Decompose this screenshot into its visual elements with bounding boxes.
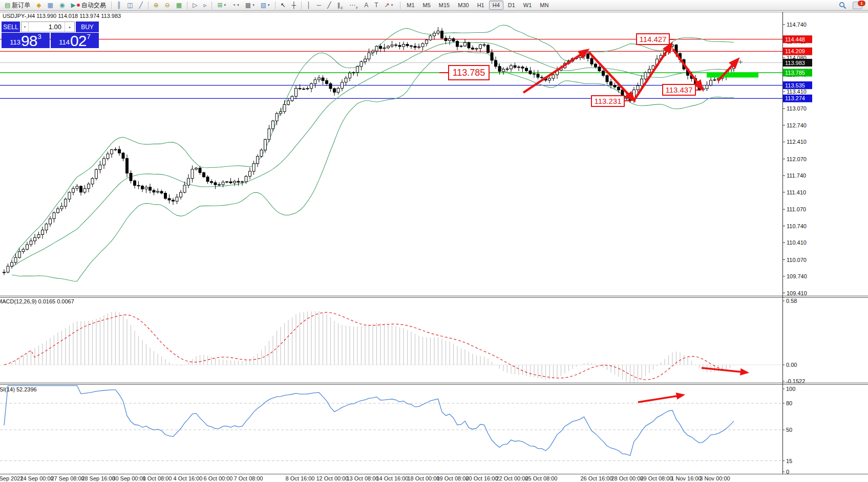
document-plus-icon: ▤: [5, 2, 10, 8]
timeframe-button-MN[interactable]: MN: [536, 1, 552, 10]
chart-shift-button[interactable]: ▹: [201, 1, 209, 10]
zoom-out-button[interactable]: ⊖: [162, 1, 173, 10]
horizontal-line-button[interactable]: ─: [314, 1, 324, 10]
price-annotation[interactable]: 113.785: [439, 65, 489, 80]
text-button[interactable]: A: [362, 1, 371, 10]
rsi-arrow[interactable]: [638, 395, 683, 402]
channel-icon-sub: E: [341, 6, 343, 10]
candle: [387, 46, 390, 48]
candle: [333, 89, 336, 92]
candle: [226, 182, 228, 182]
chart-plus-icon: ⊞: [217, 2, 222, 8]
toolbar-group-profiles: ⊞▾◔▾▩▾▧▾: [214, 0, 272, 10]
time-tick-label: 19 Oct 08:00: [437, 475, 469, 481]
indicators-button[interactable]: ▧▾: [258, 1, 272, 10]
candle: [118, 149, 121, 153]
timeframe-button-M1[interactable]: M1: [403, 1, 418, 10]
candle: [444, 38, 447, 41]
search-icon[interactable]: [839, 2, 846, 9]
candle: [60, 206, 63, 209]
trend-arrow[interactable]: [589, 52, 634, 100]
vertical-line-button[interactable]: │: [304, 1, 313, 10]
navigator-button[interactable]: ◉: [57, 1, 67, 10]
cursor-button[interactable]: ↖: [278, 1, 288, 10]
candle: [53, 213, 55, 219]
chart-canvas[interactable]: 113.785114.427113.231113.437114.740114.4…: [0, 0, 868, 482]
price-annotation[interactable]: 114.427: [637, 34, 674, 45]
support-highlight-zone[interactable]: [707, 73, 758, 78]
time-axis[interactable]: Sep 202124 Sep 00:0027 Sep 08:0028 Sep 1…: [0, 475, 730, 481]
tile-windows-button[interactable]: ▦: [174, 1, 184, 10]
timeframe-button-M5[interactable]: M5: [419, 1, 434, 10]
bid-price[interactable]: 113 98 3: [2, 33, 50, 48]
trend-arrow[interactable]: [673, 49, 702, 89]
price-tick-label: 110.740: [787, 223, 807, 229]
timeframe-button-M30[interactable]: M30: [454, 1, 472, 10]
timeframe-button-H4[interactable]: H4: [489, 1, 503, 10]
timeframe-button-D1[interactable]: D1: [504, 1, 519, 10]
buy-button[interactable]: BUY: [76, 21, 99, 32]
candle: [403, 45, 405, 47]
bollinger-band-line[interactable]: [12, 42, 734, 267]
candle: [518, 67, 520, 68]
new-chart-button[interactable]: ⊞▾: [215, 1, 228, 10]
line-chart-button[interactable]: ╱: [137, 1, 145, 10]
candle: [449, 39, 451, 41]
fibonacci-button[interactable]: ⋯F: [347, 1, 361, 10]
candle: [280, 112, 282, 114]
time-tick-label: 1 Nov 16:00: [671, 475, 701, 481]
candle: [95, 170, 98, 179]
auto-scroll-button[interactable]: ▷: [190, 1, 200, 10]
zoom-in-button[interactable]: ⊕: [151, 1, 161, 10]
lot-size-stepper[interactable]: ▾ 1.00 ▴: [21, 21, 75, 32]
trend-arrows[interactable]: [523, 44, 738, 100]
candle: [379, 46, 382, 49]
bollinger-band-line[interactable]: [12, 25, 734, 259]
data-window-button[interactable]: ▦: [45, 1, 56, 10]
lot-size-value[interactable]: 1.00: [29, 22, 65, 32]
arrow-objects-button[interactable]: ↗▾: [382, 1, 396, 10]
candle: [199, 168, 201, 172]
bar-chart-button[interactable]: ║: [114, 1, 124, 10]
autotrading-button[interactable]: ▶自动交易: [68, 1, 108, 10]
text-label-button[interactable]: T: [372, 1, 380, 10]
periods-button[interactable]: ◔▾: [229, 1, 242, 10]
templates-button[interactable]: ▩▾: [243, 1, 257, 10]
timeframe-button-H1[interactable]: H1: [474, 1, 488, 10]
market-watch-button[interactable]: ◆: [34, 1, 44, 10]
crosshair-button[interactable]: ┼: [289, 1, 299, 10]
candle: [364, 59, 367, 61]
macd-indicator-label: MACD(12,26,9) 0.0165 0.0067: [0, 298, 74, 304]
candle: [249, 171, 251, 177]
candle: [456, 41, 459, 47]
annotation-text: 114.427: [639, 35, 666, 43]
chart-frame: [0, 12, 868, 474]
ask-price[interactable]: 114 02 7: [51, 33, 99, 48]
notifications-icon[interactable]: 1: [853, 2, 862, 9]
candle: [141, 186, 144, 189]
new-order-button[interactable]: ▤新订单: [2, 1, 33, 10]
candle: [498, 67, 501, 72]
lot-dropdown-icon[interactable]: ▾: [22, 22, 29, 32]
candle: [153, 190, 155, 192]
sell-button[interactable]: SELL: [2, 21, 20, 32]
price-annotation[interactable]: 113.437: [663, 84, 701, 95]
rsi-tick-label: 50: [786, 427, 792, 433]
candlestick-chart-button[interactable]: ◫: [124, 1, 135, 10]
price-axis[interactable]: 114.740114.410114.080113.740113.410113.0…: [782, 21, 812, 296]
candle: [641, 79, 643, 85]
time-tick-label: 22 Oct 00:00: [496, 475, 528, 481]
lot-increase-icon[interactable]: ▴: [65, 22, 74, 32]
equidistant-channel-button[interactable]: ∥E: [334, 1, 346, 10]
toolbar-group-scroll: ▷▹: [189, 0, 209, 10]
bollinger-band-line[interactable]: [12, 52, 734, 281]
timeframe-button-W1[interactable]: W1: [520, 1, 536, 10]
crosshair-icon: ┼: [292, 2, 297, 8]
candle: [533, 74, 536, 74]
macd-arrow[interactable]: [702, 368, 747, 373]
timeframe-button-M15[interactable]: M15: [435, 1, 453, 10]
trendline-button[interactable]: ╱: [325, 1, 333, 10]
candle: [291, 96, 293, 101]
signal-icon: ◉: [59, 2, 65, 8]
tile-windows-icon: ▦: [176, 2, 182, 8]
